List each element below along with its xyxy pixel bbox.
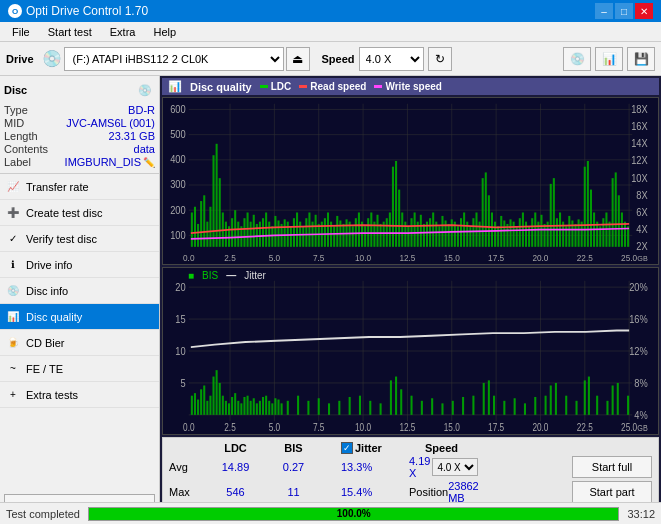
svg-text:0.0: 0.0 [183,252,195,263]
minimize-button[interactable]: – [595,3,613,19]
sidebar-item-disc-info[interactable]: 💿 Disc info [0,278,159,304]
svg-rect-151 [516,226,518,247]
sidebar-item-cd-bier[interactable]: 🍺 CD Bier [0,330,159,356]
svg-text:15: 15 [175,313,185,325]
svg-text:17.5: 17.5 [488,423,504,434]
svg-rect-266 [400,389,402,415]
svg-rect-124 [432,212,434,246]
disc-section-icon[interactable]: 💿 [135,80,155,100]
svg-rect-116 [407,226,409,247]
svg-text:10X: 10X [631,172,648,184]
svg-text:200: 200 [170,204,186,216]
svg-rect-89 [324,218,326,247]
bis-label: BIS [202,270,218,281]
start-part-button[interactable]: Start part [572,481,652,503]
maximize-button[interactable]: □ [615,3,633,19]
svg-rect-144 [494,222,496,247]
svg-rect-235 [225,401,227,415]
svg-rect-257 [318,398,320,415]
svg-text:300: 300 [170,179,186,191]
svg-rect-149 [510,219,512,246]
disc-button[interactable]: 💿 [563,47,591,71]
svg-rect-160 [544,224,546,247]
svg-text:20.0: 20.0 [532,252,548,263]
avg-ldc-value: 14.89 [208,461,263,473]
svg-rect-143 [491,212,493,246]
col-ldc: LDC [208,442,263,454]
svg-rect-49 [200,201,202,247]
close-button[interactable]: ✕ [635,3,653,19]
refresh-button[interactable]: ↻ [428,47,452,71]
svg-text:8X: 8X [636,189,648,201]
svg-text:15.0: 15.0 [444,423,460,434]
menu-help[interactable]: Help [145,24,184,40]
svg-text:20.0: 20.0 [532,423,548,434]
start-full-button[interactable]: Start full [572,456,652,478]
svg-rect-134 [463,212,465,246]
svg-text:10.0: 10.0 [355,423,371,434]
svg-rect-174 [587,161,589,247]
disc-info-icon: 💿 [6,284,20,298]
svg-rect-137 [472,218,474,247]
svg-rect-84 [308,212,310,246]
svg-rect-95 [342,224,344,247]
svg-text:2.5: 2.5 [224,423,235,434]
sidebar-item-extra-tests[interactable]: + Extra tests [0,382,159,408]
avg-label: Avg [169,461,205,473]
svg-rect-170 [574,224,576,247]
sidebar-item-verify-test-disc[interactable]: ✓ Verify test disc [0,226,159,252]
menu-file[interactable]: File [4,24,38,40]
label-edit-icon[interactable]: ✏️ [143,157,155,168]
position-label: Position [409,486,448,498]
sidebar-item-fe-te[interactable]: ~ FE / TE [0,356,159,382]
svg-text:5.0: 5.0 [269,252,281,263]
svg-rect-152 [519,218,521,247]
svg-rect-291 [617,383,619,415]
disc-section: Disc 💿 Type BD-R MID JVC-AMS6L (001) Len… [0,76,159,174]
svg-rect-275 [488,380,490,414]
chart-button[interactable]: 📊 [595,47,623,71]
mid-label: MID [4,117,24,129]
svg-text:10.0: 10.0 [355,252,371,263]
max-jitter-value: 15.4% [341,486,406,498]
lower-chart-svg: 20 15 10 5 20% 16% 12% 8% 4% 0.0 2.5 5.0… [163,268,658,434]
window-controls: – □ ✕ [595,3,653,19]
sidebar-item-transfer-rate[interactable]: 📈 Transfer rate [0,174,159,200]
svg-rect-282 [550,385,552,414]
svg-text:20: 20 [175,281,185,293]
svg-rect-269 [431,398,433,415]
svg-rect-118 [414,212,416,246]
svg-text:100: 100 [170,229,186,241]
svg-rect-83 [305,218,307,247]
svg-rect-260 [349,397,351,415]
svg-rect-159 [540,215,542,247]
svg-rect-169 [571,220,573,246]
eject-button[interactable]: ⏏ [286,47,310,71]
svg-text:GB: GB [637,424,647,434]
drive-select[interactable]: (F:) ATAPI iHBS112 2 CL0K [64,47,284,71]
svg-rect-74 [277,220,279,246]
menu-start-test[interactable]: Start test [40,24,100,40]
svg-rect-154 [525,222,527,247]
svg-rect-47 [194,207,196,247]
svg-text:2.5: 2.5 [224,252,236,263]
sidebar-item-drive-info[interactable]: ℹ Drive info [0,252,159,278]
svg-rect-98 [352,226,354,247]
svg-rect-104 [370,212,372,246]
svg-text:22.5: 22.5 [577,252,593,263]
svg-rect-279 [524,403,526,414]
drive-info-icon: ℹ [6,258,20,272]
sidebar-item-disc-quality[interactable]: 📊 Disc quality [0,304,159,330]
svg-text:12.5: 12.5 [399,252,415,263]
type-label: Type [4,104,28,116]
sidebar-item-create-test-disc[interactable]: ➕ Create test disc [0,200,159,226]
menu-extra[interactable]: Extra [102,24,144,40]
svg-rect-234 [222,396,224,415]
svg-rect-224 [191,396,193,415]
speed-select[interactable]: 4.0 X [359,47,424,71]
status-bar: Test completed 100.0% 33:12 [0,502,661,524]
svg-rect-251 [274,398,276,415]
jitter-checkbox[interactable]: ✓ [341,442,353,454]
speed-dropdown[interactable]: 4.0 X [432,458,478,476]
save-button[interactable]: 💾 [627,47,655,71]
